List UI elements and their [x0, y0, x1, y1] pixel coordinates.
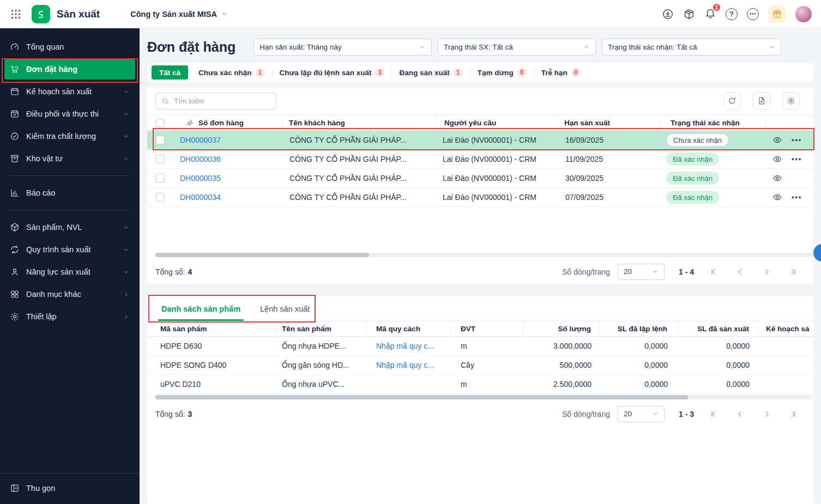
col-quantity[interactable]: Số lượng	[523, 321, 600, 336]
col-status[interactable]: Trạng thái xác nhận	[660, 116, 766, 130]
col-plan[interactable]: Kế hoạch sả	[758, 321, 813, 336]
col-spec-code[interactable]: Mã quy cách	[366, 321, 451, 336]
refresh-button[interactable]	[723, 92, 741, 110]
sidebar-item-calendar-check[interactable]: Điều phối và thực thi	[4, 104, 135, 124]
col-deadline[interactable]: Hạn sản xuất	[559, 116, 660, 130]
col-requester[interactable]: Người yêu cầu	[436, 116, 559, 130]
col-product-name[interactable]: Tên sản phẩm	[275, 321, 366, 336]
sidebar-item-label: Đơn đặt hàng	[26, 65, 77, 74]
sidebar-item-cart[interactable]: Đơn đặt hàng	[4, 59, 135, 80]
chevron-down-icon	[583, 44, 590, 51]
tab-label: Chưa xác nhận	[198, 69, 252, 77]
user-avatar[interactable]	[795, 5, 812, 23]
search-box[interactable]	[155, 93, 276, 110]
more-options-button[interactable]: ⋯	[747, 8, 759, 20]
next-page-button[interactable]	[760, 408, 772, 420]
row-checkbox[interactable]	[156, 193, 165, 202]
total-value: 4	[188, 268, 192, 276]
row-checkbox[interactable]	[156, 174, 165, 183]
per-page-select[interactable]: 20	[618, 406, 665, 422]
prev-page-button[interactable]	[734, 408, 746, 420]
qty-produced-cell: 0,0000	[679, 375, 758, 393]
company-selector[interactable]: Công ty Sản xuất MISA	[130, 10, 228, 19]
spec-code-link[interactable]: Nhập mã quy c...	[376, 342, 434, 350]
status-tab-5[interactable]: Trễ hạn0	[534, 68, 588, 77]
sidebar-item-person[interactable]: Năng lực sản xuất	[4, 262, 135, 282]
last-page-button[interactable]	[787, 408, 799, 420]
search-input[interactable]	[174, 97, 270, 105]
eye-icon[interactable]	[772, 192, 782, 202]
sidebar-item-process[interactable]: Quy trình sản xuất	[4, 239, 135, 260]
order-table-row[interactable]: DH0000037CÔNG TY CỔ PHẦN GIẢI PHÁP...Lai…	[147, 131, 813, 150]
sidebar-item-report[interactable]: Báo cáo	[4, 183, 135, 203]
per-page-select[interactable]: 20	[618, 264, 665, 280]
eye-icon[interactable]	[772, 154, 782, 164]
row-more-button[interactable]: ⋯	[791, 192, 802, 203]
order-table-row[interactable]: DH0000035CÔNG TY CỔ PHẦN GIẢI PHÁP...Lai…	[147, 169, 813, 188]
status-badge: Đã xác nhận	[666, 153, 719, 166]
sidebar-item-calendar[interactable]: Kế hoạch sản xuất	[4, 81, 135, 102]
order-table-row[interactable]: DH0000034CÔNG TY CỔ PHẦN GIẢI PHÁP...Lai…	[147, 188, 813, 207]
table-settings-button[interactable]	[782, 92, 800, 110]
product-table-row[interactable]: HDPE D630Ống nhựa HDPE...Nhập mã quy c..…	[147, 337, 813, 356]
next-page-button[interactable]	[760, 266, 772, 278]
order-code-link[interactable]: DH0000037	[180, 136, 221, 144]
notification-count-badge: 1	[712, 3, 721, 12]
notifications-button[interactable]: 1	[704, 7, 716, 21]
calendar-icon	[10, 87, 20, 96]
sidebar-item-quality[interactable]: Kiểm tra chất lượng	[4, 126, 135, 147]
sidebar-item-cube[interactable]: Sản phẩm, NVL	[4, 217, 135, 238]
first-page-button[interactable]	[708, 408, 720, 420]
sidebar-item-warehouse[interactable]: Kho vật tư	[4, 148, 135, 169]
first-page-button[interactable]	[708, 266, 720, 278]
row-checkbox[interactable]	[156, 136, 165, 144]
filter-select-1[interactable]: Trạng thái SX: Tất cả	[438, 39, 596, 56]
promotions-button[interactable]	[768, 5, 786, 23]
prev-page-button[interactable]	[734, 266, 746, 278]
col-qty-produced[interactable]: SL đã sản xuất	[679, 321, 758, 336]
col-customer[interactable]: Tên khách hàng	[283, 116, 436, 130]
col-unit[interactable]: ĐVT	[451, 321, 523, 336]
sidebar-item-grid4[interactable]: Danh mục khác	[4, 284, 135, 305]
scrollbar-thumb[interactable]	[155, 395, 688, 399]
spec-code-link[interactable]: Nhập mã quy c...	[376, 361, 434, 369]
export-button[interactable]	[753, 92, 770, 110]
sidebar-item-gear[interactable]: Thiết lập	[4, 306, 135, 327]
products-horizontal-scrollbar[interactable]	[155, 395, 812, 399]
download-center-icon[interactable]	[662, 8, 674, 20]
order-code-link[interactable]: DH0000035	[180, 174, 221, 183]
filters: Hạn sản xuất: Tháng nàyTrạng thái SX: Tấ…	[253, 39, 781, 56]
row-more-button[interactable]: ⋯	[791, 154, 802, 165]
status-tab-4[interactable]: Tạm dừng0	[470, 68, 534, 77]
status-tab-1[interactable]: Chưa xác nhận1	[191, 68, 272, 77]
col-product-code[interactable]: Mã sản phẩm	[147, 321, 275, 336]
eye-icon[interactable]	[772, 173, 782, 183]
status-tab-0[interactable]: Tất cả	[152, 65, 188, 80]
sidebar-item-label: Báo cáo	[26, 189, 55, 197]
sidebar-collapse-button[interactable]: Thu gọn	[4, 478, 135, 499]
apps-menu-button[interactable]	[9, 7, 23, 21]
filter-select-0[interactable]: Hạn sản xuất: Tháng này	[253, 39, 432, 56]
eye-icon[interactable]	[772, 135, 782, 145]
order-code-link[interactable]: DH0000036	[180, 155, 221, 163]
scrollbar-thumb[interactable]	[155, 253, 369, 257]
col-qty-ordered[interactable]: SL đã lập lệnh	[600, 321, 679, 336]
tab-product-list[interactable]: Danh sách sản phẩm	[152, 296, 250, 321]
product-table-row[interactable]: uPVC D210Ống nhựa uPVC...m2.500,00000,00…	[147, 375, 813, 394]
help-button[interactable]: ?	[726, 8, 738, 20]
orders-horizontal-scrollbar[interactable]	[155, 253, 812, 257]
package-icon[interactable]	[683, 8, 695, 20]
row-checkbox[interactable]	[156, 155, 165, 163]
tab-production-orders[interactable]: Lệnh sản xuất	[250, 296, 319, 321]
last-page-button[interactable]	[787, 266, 799, 278]
sidebar-item-gauge[interactable]: Tổng quan	[4, 37, 135, 57]
filter-select-2[interactable]: Trạng thái xác nhận: Tất cả	[602, 39, 781, 56]
status-tab-2[interactable]: Chưa lập đủ lệnh sản xuất3	[273, 68, 392, 77]
status-tab-3[interactable]: Đang sản xuất1	[392, 68, 469, 77]
col-order-code[interactable]: Số đơn hàng	[173, 116, 283, 130]
row-more-button[interactable]: ⋯	[791, 135, 802, 145]
product-table-row[interactable]: HDPE SONG D400Ống gân sóng HD...Nhập mã …	[147, 356, 813, 375]
order-table-row[interactable]: DH0000036CÔNG TY CỔ PHẦN GIẢI PHÁP...Lai…	[147, 150, 813, 169]
order-code-link[interactable]: DH0000034	[180, 193, 221, 202]
select-all-checkbox[interactable]	[156, 119, 165, 127]
